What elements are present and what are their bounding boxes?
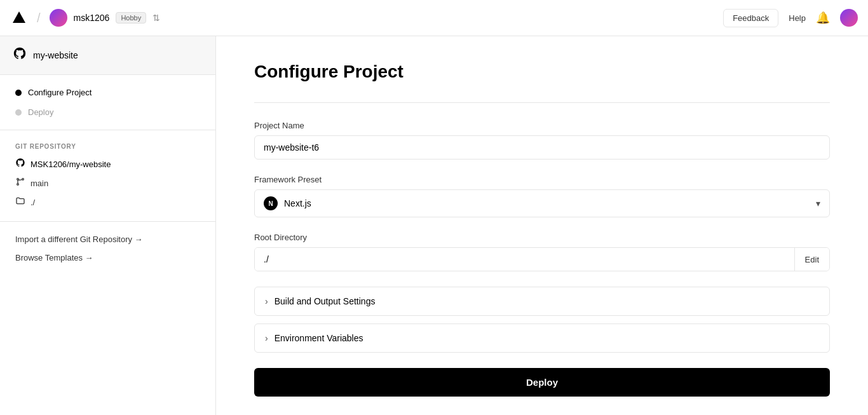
env-vars-label: Environment Variables bbox=[275, 333, 363, 343]
root-dir-group: Root Directory Edit bbox=[254, 233, 830, 271]
nextjs-logo: N bbox=[264, 196, 278, 210]
env-vars-accordion: › Environment Variables bbox=[254, 323, 830, 353]
sidebar-links: Import a different Git Repository → Brow… bbox=[0, 222, 215, 275]
github-icon bbox=[13, 46, 27, 64]
github-repo-icon bbox=[15, 158, 25, 170]
step-label-configure: Configure Project bbox=[28, 88, 92, 97]
env-vars-chevron-icon: › bbox=[265, 333, 268, 343]
header: / msk1206 Hobby ⇅ Feedback Help 🔔 bbox=[0, 0, 868, 36]
sidebar-repo: my-website bbox=[0, 36, 215, 75]
folder-icon bbox=[15, 196, 25, 208]
feedback-button[interactable]: Feedback bbox=[723, 9, 778, 27]
main-content: Configure Project Project Name Framework… bbox=[216, 36, 868, 415]
account-switcher-icon[interactable]: ⇅ bbox=[153, 13, 160, 23]
build-settings-accordion: › Build and Output Settings bbox=[254, 287, 830, 316]
git-repo-name: MSK1206/my-website bbox=[31, 160, 111, 169]
header-left: / msk1206 Hobby ⇅ bbox=[10, 9, 160, 27]
root-dir-row: Edit bbox=[254, 247, 830, 271]
branch-icon bbox=[15, 177, 25, 189]
framework-value: Next.js bbox=[284, 198, 311, 208]
build-settings-chevron-icon: › bbox=[265, 296, 268, 306]
svg-point-2 bbox=[17, 184, 19, 186]
step-configure: Configure Project bbox=[15, 88, 200, 97]
git-branch-row: main bbox=[15, 177, 200, 189]
step-dot-configure bbox=[15, 90, 22, 96]
framework-preset-group: Framework Preset N Next.js ▾ bbox=[254, 175, 830, 217]
main-layout: my-website Configure Project Deploy GIT … bbox=[0, 36, 868, 415]
framework-select-left: N Next.js bbox=[264, 196, 311, 210]
framework-chevron-icon: ▾ bbox=[816, 198, 820, 208]
header-right: Feedback Help 🔔 bbox=[723, 9, 858, 27]
sidebar-repo-name: my-website bbox=[33, 50, 78, 60]
help-button[interactable]: Help bbox=[789, 13, 806, 23]
git-dir-row: ./ bbox=[15, 196, 200, 208]
username-label: msk1206 bbox=[74, 13, 110, 23]
build-settings-label: Build and Output Settings bbox=[275, 296, 376, 306]
user-avatar-small bbox=[50, 9, 67, 27]
form-divider bbox=[254, 102, 830, 103]
git-section-title: GIT REPOSITORY bbox=[15, 143, 200, 150]
header-separator: / bbox=[37, 11, 41, 25]
step-dot-deploy bbox=[15, 109, 22, 116]
step-deploy: Deploy bbox=[15, 107, 200, 117]
git-directory: ./ bbox=[31, 198, 35, 207]
project-name-label: Project Name bbox=[254, 121, 830, 130]
root-dir-input[interactable] bbox=[255, 248, 794, 271]
project-name-input[interactable] bbox=[254, 135, 830, 160]
build-settings-header[interactable]: › Build and Output Settings bbox=[255, 287, 829, 315]
root-dir-label: Root Directory bbox=[254, 233, 830, 242]
git-repo-link[interactable]: MSK1206/my-website bbox=[15, 158, 200, 170]
sidebar: my-website Configure Project Deploy GIT … bbox=[0, 36, 216, 415]
step-label-deploy: Deploy bbox=[28, 107, 53, 117]
git-section: GIT REPOSITORY MSK1206/my-website main .… bbox=[0, 130, 215, 222]
vercel-logo[interactable] bbox=[10, 9, 28, 27]
notification-icon[interactable]: 🔔 bbox=[816, 11, 830, 25]
framework-label: Framework Preset bbox=[254, 175, 830, 184]
env-vars-header[interactable]: › Environment Variables bbox=[255, 324, 829, 352]
svg-marker-0 bbox=[13, 11, 25, 23]
root-dir-edit-button[interactable]: Edit bbox=[794, 248, 829, 271]
project-name-group: Project Name bbox=[254, 121, 830, 160]
import-repo-link[interactable]: Import a different Git Repository → bbox=[15, 235, 200, 244]
page-title: Configure Project bbox=[254, 62, 830, 82]
plan-badge: Hobby bbox=[116, 12, 146, 24]
steps-section: Configure Project Deploy bbox=[0, 75, 215, 130]
framework-select[interactable]: N Next.js ▾ bbox=[254, 189, 830, 217]
git-branch-name: main bbox=[31, 179, 48, 188]
browse-templates-link[interactable]: Browse Templates → bbox=[15, 253, 200, 262]
user-avatar[interactable] bbox=[840, 9, 858, 27]
deploy-button[interactable]: Deploy bbox=[254, 368, 830, 397]
